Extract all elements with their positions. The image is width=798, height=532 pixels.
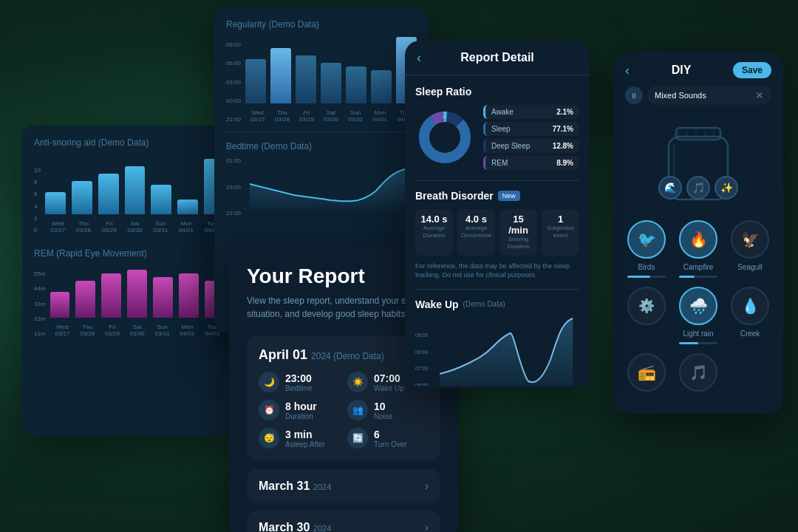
report-date-header: April 01 2024 (Demo Data) › [259,347,429,363]
report-detail-title: Report Detail [460,51,534,64]
jar-container: 🌊 🎵 ✨ [613,111,783,214]
stat-asleep-after: 😴 3 min Asleep After [259,428,340,449]
bar-group [179,273,199,318]
bedtime-chart: 01:00 23:00 22:00 [226,154,417,216]
bar-group [101,273,121,318]
sound-item-extra2[interactable]: 🎵 [677,353,720,392]
wakeup-chart: 09:00 08:00 07:00 06:00 05:00 04:00 [415,315,579,386]
bar-group [127,270,147,318]
light-rain-icon: 🌧️ [679,287,717,325]
report-detail-header: ‹ Report Detail [405,41,590,75]
regularity-title: Regularity (Demo Data) [226,19,417,30]
sound-item-seagull[interactable]: 🦅 Seagull [729,220,771,278]
sleep-ratio-donut [415,108,474,167]
bar-group [177,200,198,214]
chevron-right-icon: › [425,480,429,493]
bedtime-y-axis: 01:00 23:00 22:00 [226,157,241,216]
current-sound-bar: Mixed Sounds ✕ [647,86,771,105]
bar-group [98,174,119,214]
chevron-right-icon: › [425,521,429,532]
noise-icon: 👥 [347,400,368,420]
sounds-grid: 🐦 Birds 🔥 Campfire 🦅 Seagull ⚙️ 🌧️ Light… [613,214,783,398]
breath-stat-occurrence: 4.0 s Average Occurrence [457,209,495,256]
bedtime-line-chart [245,154,417,214]
rem-y-axis: 55m 44m 33m 22m 11m [34,270,46,337]
sound-item-campfire[interactable]: 🔥 Campfire [677,220,720,278]
bedtime-icon: 🌙 [259,372,279,392]
extra-icon-1: 📻 [627,353,666,392]
diy-title: DIY [672,64,692,77]
back-button[interactable]: ‹ [417,50,421,66]
campfire-icon: 🔥 [679,220,717,259]
sound-item-settings[interactable]: ⚙️ [625,287,668,344]
creek-icon: 💧 [731,287,769,325]
bar-group [153,277,173,318]
jar-bubbles: 🌊 🎵 ✨ [658,176,738,200]
birds-icon: 🐦 [627,220,666,259]
seagull-label: Seagull [737,263,762,271]
svg-point-5 [432,124,458,151]
bubble-1: 🌊 [658,176,682,200]
close-icon[interactable]: ✕ [755,89,764,101]
asleep-icon: 😴 [259,428,279,449]
bar-group [72,181,92,214]
rem-chart: 55m 44m 33m 22m 11m [34,262,225,337]
new-badge: New [498,191,520,201]
card-report-detail: ‹ Report Detail Sleep Ratio [405,41,590,388]
report-stats-grid: 🌙 23:00 Bedtime ☀️ 07:00 Wake Up ⏰ 8 hou… [259,372,429,449]
regularity-chart: 09:00 06:00 03:00 00:00 21:00 Wed03/27 [226,33,417,123]
regularity-x-axis: Wed03/27 Thu03/28 Fri03/29 Sat03/30 Sun0… [245,106,417,123]
bar-group [151,185,171,214]
regularity-section: Regularity (Demo Data) 09:00 06:00 03:00… [226,19,417,123]
diy-save-button[interactable]: Save [733,62,771,78]
legend-sleep: Sleep 77.1% [483,122,579,136]
birds-label: Birds [638,263,655,271]
light-rain-slider[interactable] [679,342,717,344]
anti-snoring-chart: 10 8 6 4 2 0 [34,151,225,233]
anti-snoring-bars [45,151,225,217]
bar-group [50,292,70,318]
bedtime-section: Bedtime (Demo Data) 01:00 23:00 22:00 [226,141,417,216]
march30-label: March 30 2024 [259,521,331,532]
wakeup-y-axis: 09:00 08:00 07:00 06:00 05:00 04:00 [415,332,429,386]
rem-bars [50,262,225,321]
breath-stat-snoring: 15 /min Snoring Duration [499,209,537,256]
sound-item-light-rain[interactable]: 🌧️ Light rain [677,287,720,344]
regularity-bars [245,33,417,106]
creek-label: Creek [740,330,760,338]
breath-notice: For reference, the data may be affected … [415,262,579,280]
diy-back-button[interactable]: ‹ [625,63,630,78]
bubble-2: 🎵 [686,176,710,200]
anti-snoring-title: Anti-snoring aid (Demo Data) [34,137,225,148]
birds-slider[interactable] [627,276,666,278]
seagull-icon: 🦅 [731,220,769,259]
wakeup-title: Wake Up [415,299,459,310]
regularity-y-axis: 09:00 06:00 03:00 00:00 21:00 [226,41,241,123]
report-date-march30[interactable]: March 30 2024 › [247,511,440,532]
sound-item-creek[interactable]: 💧 Creek [729,287,771,344]
march31-label: March 31 2024 [259,480,331,493]
campfire-slider[interactable] [679,276,717,278]
report-date-march31[interactable]: March 31 2024 › [247,469,440,503]
bar-group [75,281,95,318]
divider [415,180,579,181]
breath-disorder-section: Breath Disorder New [415,190,579,202]
legend-deep-sleep: Deep Sleep 12.8% [483,139,579,153]
bar-group [45,192,66,214]
pause-button[interactable]: ⏸ [625,86,643,104]
sleep-ratio-donut-row: Awake 2.1% Sleep 77.1% Deep Sleep 12.8% … [415,105,579,170]
sleep-ratio-title: Sleep Ratio [415,86,579,98]
sound-item-birds[interactable]: 🐦 Birds [625,220,668,278]
divider [415,289,579,290]
settings-icon: ⚙️ [627,287,666,325]
extra-icon-2: 🎵 [679,353,717,392]
legend-awake: Awake 2.1% [483,105,579,119]
wakeup-demo: (Demo Data) [463,300,505,308]
rem-section: REM (Rapid Eye Movement) 55m 44m 33m 22m… [34,248,225,337]
anti-snoring-x-axis: Wed03/27 Thu03/28 Fri03/29 Sat03/30 Sun0… [45,217,225,233]
bar-group [125,166,146,214]
sound-item-extra1[interactable]: 📻 [625,353,668,392]
anti-snoring-section: Anti-snoring aid (Demo Data) 10 8 6 4 2 … [34,137,225,233]
breath-disorder-title: Breath Disorder [415,190,494,202]
breath-stat-duration: 14.0 s Average Duration [415,209,453,256]
